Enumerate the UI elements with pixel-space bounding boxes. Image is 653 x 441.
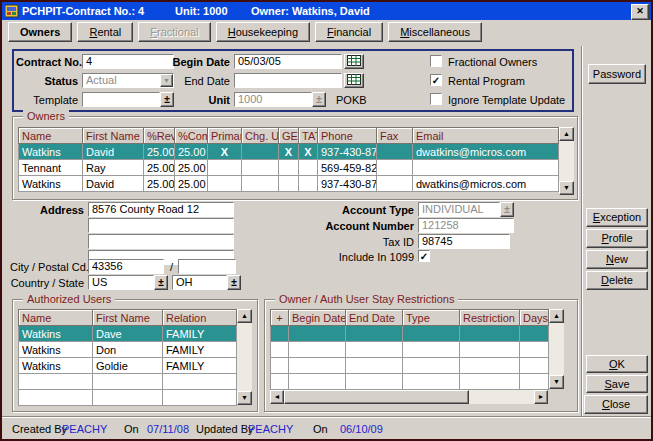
contract-no-field[interactable]: 4: [82, 54, 174, 69]
rental-program-checkbox[interactable]: ✓: [430, 74, 442, 86]
unit-lov-icon: ±: [312, 92, 326, 107]
address-label: Address: [20, 204, 84, 216]
include-1099-label: Include In 1099: [302, 251, 414, 263]
app-icon: [5, 4, 19, 18]
tax-id-field[interactable]: 98745: [418, 234, 510, 249]
restrictions-hscrollbar[interactable]: ◄ ►: [270, 390, 548, 404]
fractional-owners-checkbox[interactable]: [430, 55, 442, 67]
created-by-label: Created By: [12, 423, 67, 435]
created-by-value: PEACHY: [62, 423, 107, 435]
delete-button[interactable]: Delete: [586, 271, 648, 290]
owners-scrollbar[interactable]: ▲ ▼: [559, 127, 574, 195]
updated-on-value: 06/10/09: [340, 423, 383, 435]
scroll-down-icon[interactable]: ▼: [549, 375, 564, 389]
postal-field[interactable]: [178, 259, 236, 274]
contract-no-label: Contract No.: [16, 56, 78, 68]
account-number-field: 121258: [418, 218, 514, 233]
contract-window: PCHPIT-Contract No.: 4 Unit: 1000 Owner:…: [0, 0, 653, 441]
fractional-owners-label: Fractional Owners: [448, 56, 537, 68]
country-field[interactable]: US: [88, 275, 154, 290]
state-lov-icon[interactable]: ±: [227, 275, 241, 290]
template-field[interactable]: [82, 92, 160, 107]
auth-users-scrollbar[interactable]: ▲ ▼: [237, 309, 252, 405]
tab-miscellaneous[interactable]: Miscellaneous: [388, 22, 482, 42]
authorized-users-group-label: Authorized Users: [23, 293, 115, 305]
scroll-thumb[interactable]: [284, 390, 469, 404]
close-icon[interactable]: ✕: [631, 4, 649, 20]
authorized-users-table: Name First Name Relation WatkinsDaveFAMI…: [18, 309, 237, 406]
owners-group-label: Owners: [23, 110, 69, 122]
city-field[interactable]: 43356: [88, 259, 164, 274]
close-button[interactable]: Close: [584, 395, 648, 414]
scroll-left-icon[interactable]: ◄: [270, 390, 284, 404]
titlebar[interactable]: PCHPIT-Contract No.: 4 Unit: 1000 Owner:…: [2, 2, 651, 20]
scroll-up-icon[interactable]: ▲: [559, 127, 574, 141]
owners-row[interactable]: TennantRay25.0025.00 569-459-8213: [19, 160, 559, 176]
auth-user-row[interactable]: WatkinsDonFAMILY: [19, 342, 237, 358]
ok-button[interactable]: OK: [586, 355, 648, 373]
check-icon: ✓: [432, 75, 440, 86]
owners-row[interactable]: WatkinsDavid25.0025.00 937-430-8741dwatk…: [19, 176, 559, 192]
save-button[interactable]: Save: [586, 375, 648, 393]
address-line2-field[interactable]: [88, 218, 234, 233]
auth-user-row[interactable]: WatkinsGoldieFAMILY: [19, 358, 237, 374]
account-type-lov-icon: ±: [500, 202, 514, 217]
tab-owners[interactable]: Owners: [8, 22, 72, 42]
country-lov-icon[interactable]: ±: [154, 275, 168, 290]
window-title-owner: Owner: Watkins, David: [251, 5, 370, 17]
tab-rental[interactable]: Rental: [77, 22, 133, 42]
end-date-calendar-icon[interactable]: [344, 73, 364, 88]
profile-button[interactable]: Profile: [586, 229, 648, 248]
tab-financial[interactable]: Financial: [315, 22, 383, 42]
tax-id-label: Tax ID: [302, 236, 414, 248]
restriction-row-empty: [271, 374, 549, 390]
begin-date-label: Begin Date: [162, 56, 230, 68]
auth-user-row-empty: [19, 374, 237, 390]
tab-bar: Owners Rental Fractional Housekeeping Fi…: [8, 22, 484, 44]
window-title: PCHPIT-Contract No.: 4: [22, 5, 144, 17]
restriction-row-empty: [271, 342, 549, 358]
stay-restrictions-group: Owner / Auth User Stay Restrictions + Be…: [264, 299, 578, 412]
contract-header-group: Contract No. 4 Status Actual ▼ Template …: [12, 49, 574, 112]
scroll-up-icon[interactable]: ▲: [549, 309, 564, 323]
created-on-value: 07/11/08: [147, 423, 189, 435]
scroll-right-icon[interactable]: ►: [534, 390, 548, 404]
restrictions-vscrollbar[interactable]: ▲ ▼: [549, 309, 564, 389]
scroll-up-icon[interactable]: ▲: [237, 309, 252, 323]
window-title-unit: Unit: 1000: [175, 5, 228, 17]
auth-user-row-selected[interactable]: WatkinsDaveFAMILY: [19, 326, 237, 342]
begin-date-calendar-icon[interactable]: [344, 54, 364, 69]
auth-users-header-row: Name First Name Relation: [19, 310, 237, 326]
authorized-users-group: Authorized Users Name First Name Relatio…: [12, 299, 258, 412]
scroll-down-icon[interactable]: ▼: [559, 181, 574, 195]
owners-table: Name First Name %Rev. %Comm Primary Chg.…: [18, 127, 559, 192]
rental-program-label: Rental Program: [448, 75, 525, 87]
unit-label: Unit: [162, 94, 230, 106]
address-line1-field[interactable]: 8576 County Road 12: [88, 202, 234, 217]
exception-button[interactable]: Exception: [586, 208, 648, 227]
begin-date-field[interactable]: 05/03/05: [234, 54, 342, 69]
vertical-divider: [581, 46, 583, 416]
account-number-label: Account Number: [302, 220, 414, 232]
auth-user-row-empty: [19, 390, 237, 406]
owners-header-row: Name First Name %Rev. %Comm Primary Chg.…: [19, 128, 559, 144]
restriction-row-empty: [271, 358, 549, 374]
account-type-field: INDIVIDUAL: [418, 202, 500, 217]
updated-on-label: On: [313, 423, 328, 435]
ignore-template-checkbox[interactable]: [430, 93, 442, 105]
country-state-label: Country / State: [10, 277, 84, 289]
state-field[interactable]: OH: [172, 275, 227, 290]
new-button[interactable]: New: [586, 250, 648, 269]
end-date-field[interactable]: [234, 73, 342, 88]
updated-by-value: PEACHY: [248, 423, 293, 435]
template-label: Template: [16, 94, 78, 106]
owners-row-selected[interactable]: WatkinsDavid25.0025.00 X XX 937-430-8741…: [19, 144, 559, 160]
updated-by-label: Updated By: [196, 423, 253, 435]
address-line3-field[interactable]: [88, 234, 234, 249]
restriction-row-selected[interactable]: [271, 326, 549, 342]
include-1099-checkbox[interactable]: ✓: [418, 250, 430, 262]
owners-group: Owners Name First Name %Rev. %Comm Prima…: [12, 116, 578, 200]
password-button[interactable]: Password: [588, 64, 646, 84]
tab-housekeeping[interactable]: Housekeeping: [216, 22, 310, 42]
scroll-down-icon[interactable]: ▼: [237, 391, 252, 405]
